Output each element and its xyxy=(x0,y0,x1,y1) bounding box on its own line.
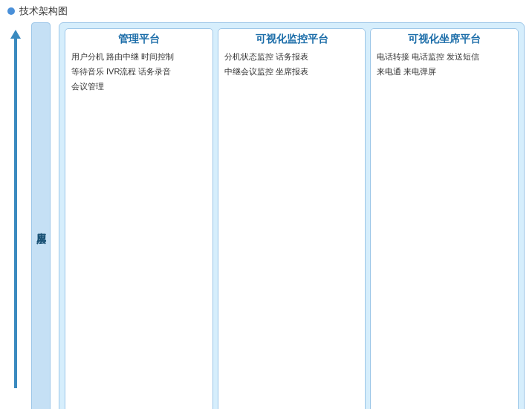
arrow-line xyxy=(14,39,17,388)
arrow-column xyxy=(7,22,24,396)
platform-box-3: 可视化坐席平台 电话转接 电话监控 发送短信 来电通 来电弹屏 xyxy=(370,28,519,409)
app-layer-label-cell: 应用层 xyxy=(27,22,55,409)
arrow-head xyxy=(10,30,21,39)
platform-content-2: 分机状态监控 话务报表 中继会议监控 坐席报表 xyxy=(224,50,360,80)
platform-title-1: 管理平台 xyxy=(71,33,207,46)
app-layer-label: 应用层 xyxy=(31,22,51,409)
page-title: 技术架构图 xyxy=(19,4,68,18)
platform-title-3: 可视化坐席平台 xyxy=(377,33,512,46)
platform-content-3: 电话转接 电话监控 发送短信 来电通 来电弹屏 xyxy=(377,50,512,80)
app-layer-content: 管理平台 用户分机 路由中继 时间控制 等待音乐 IVR流程 话务录音 会议管理… xyxy=(59,22,525,409)
layers-stack: 应用层 管理平台 用户分机 路由中继 时间控制 等待音乐 IVR流程 话务录音 … xyxy=(27,22,525,396)
page-wrapper: 技术架构图 应用层 管理平台 用户分机 路由中继 时间控制 xyxy=(0,0,532,409)
platform-box-1: 管理平台 用户分机 路由中继 时间控制 等待音乐 IVR流程 话务录音 会议管理 xyxy=(65,28,213,409)
header-dot xyxy=(7,7,15,15)
platform-content-1: 用户分机 路由中继 时间控制 等待音乐 IVR流程 话务录音 会议管理 xyxy=(71,50,207,94)
header: 技术架构图 xyxy=(0,0,532,22)
app-layer-row: 应用层 管理平台 用户分机 路由中继 时间控制 等待音乐 IVR流程 话务录音 … xyxy=(27,22,525,409)
platform-title-2: 可视化监控平台 xyxy=(224,33,360,46)
platform-box-2: 可视化监控平台 分机状态监控 话务报表 中继会议监控 坐席报表 xyxy=(218,28,366,409)
